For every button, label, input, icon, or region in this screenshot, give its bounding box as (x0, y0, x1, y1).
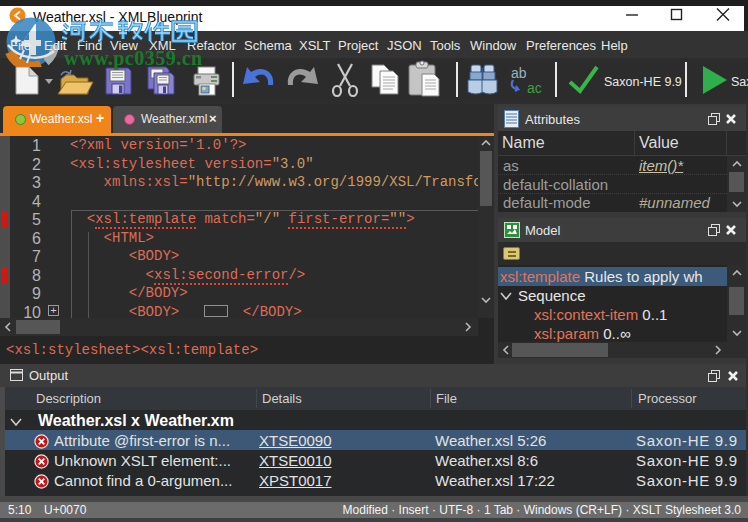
svg-text:Sax: Sax (731, 75, 748, 89)
svg-text:ac: ac (527, 80, 542, 96)
svg-text:ab: ab (511, 65, 527, 81)
svg-text:Saxon-HE 9.9: Saxon-HE 9.9 (604, 75, 682, 89)
